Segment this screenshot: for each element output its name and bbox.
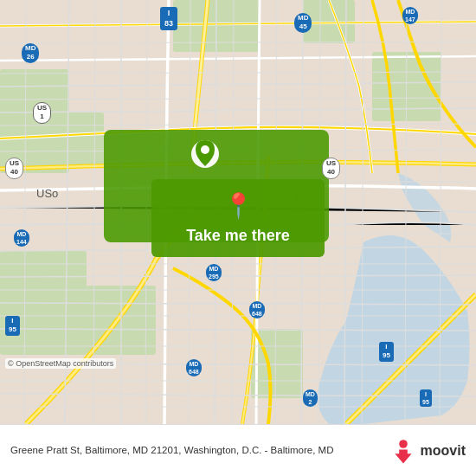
- location-pin-icon: 📍: [223, 191, 254, 220]
- moovit-wordmark: moovit: [421, 443, 466, 459]
- take-me-there-button[interactable]: 📍 Take me there: [151, 179, 325, 257]
- svg-text:USo: USo: [36, 187, 58, 200]
- moovit-logo: moovit: [389, 437, 466, 465]
- svg-rect-2: [52, 113, 104, 164]
- bottom-bar: Greene Pratt St, Baltimore, MD 21201, Wa…: [0, 424, 476, 476]
- osm-attribution: © OpenStreetMap contributors: [5, 358, 116, 369]
- svg-point-53: [399, 440, 408, 448]
- svg-point-52: [201, 145, 209, 154]
- map-container: ore USo I 83 MD 26 MD 45 MD 147 US 1 US …: [0, 0, 476, 424]
- moovit-icon: [389, 437, 417, 465]
- address-text: Greene Pratt St, Baltimore, MD 21201, Wa…: [10, 443, 389, 457]
- take-me-there-label: Take me there: [186, 227, 290, 245]
- address-label: Greene Pratt St, Baltimore, MD 21201, Wa…: [10, 445, 333, 455]
